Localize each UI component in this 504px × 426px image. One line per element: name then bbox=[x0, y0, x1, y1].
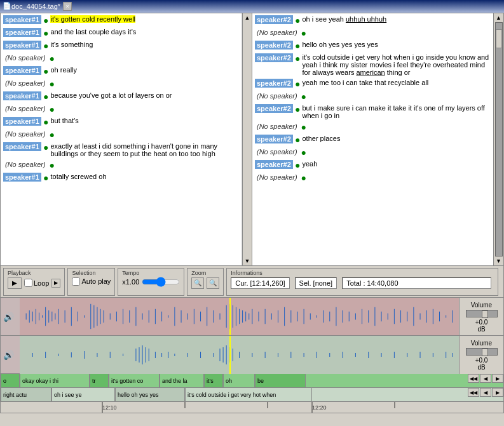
utterance-text: it's cold outside i get very hot when i … bbox=[302, 53, 491, 76]
speaker-label: speaker#2 bbox=[255, 104, 293, 113]
turn-row: speaker#2 ● oh i see yeah uhhuh uhhuh bbox=[254, 15, 492, 26]
tempo-slider[interactable] bbox=[142, 277, 180, 286]
turn-dot: ● bbox=[43, 41, 48, 51]
subtitle-seg[interactable]: right actu bbox=[1, 388, 51, 401]
subtitle-seg[interactable]: it's cold outside i get very hot when bbox=[185, 388, 312, 401]
speaker-icon-2: 🔊 bbox=[3, 350, 14, 360]
no-speaker-label: (No speaker) bbox=[3, 160, 48, 169]
waveform-track-1[interactable]: 🔊 bbox=[1, 298, 503, 336]
turn-row: speaker#1 ● but that's bbox=[2, 116, 240, 128]
track2-nav-group: ◀◀ ◀ ▶ bbox=[468, 388, 503, 397]
zoom-out-button[interactable]: 🔍 bbox=[207, 277, 219, 289]
turn-dot: ● bbox=[43, 28, 48, 38]
playback-menu-btn[interactable]: ▶ bbox=[51, 279, 60, 288]
subtitle-seg[interactable]: okay okay i thi bbox=[20, 374, 90, 387]
no-speaker-label: (No speaker) bbox=[255, 122, 299, 131]
close-button[interactable]: × bbox=[63, 2, 72, 11]
utterance-text: yeah me too i can take that recyclable a… bbox=[302, 79, 428, 86]
turn-row: speaker#2 ● but i make sure i can make i… bbox=[254, 103, 492, 120]
speaker-label: speaker#2 bbox=[255, 79, 293, 88]
turn-dot: ● bbox=[43, 173, 48, 183]
speaker-label: speaker#2 bbox=[255, 160, 293, 169]
right-panel[interactable]: speaker#2 ● oh i see yeah uhhuh uhhuh(No… bbox=[252, 13, 493, 265]
subtitle-segments-1: o okay okay i thi tr it's gotten co and … bbox=[1, 374, 306, 387]
speaker-label: speaker#2 bbox=[255, 53, 293, 62]
green-dot: ● bbox=[50, 160, 55, 170]
scroll-up-btn[interactable]: ▲ bbox=[245, 15, 250, 21]
playhead bbox=[229, 298, 231, 335]
turn-dot: ● bbox=[43, 66, 48, 76]
subtitle-seg[interactable]: oh bbox=[223, 374, 255, 387]
loop-checkbox-label[interactable]: Loop bbox=[24, 279, 49, 287]
turn-dot: ● bbox=[295, 53, 300, 63]
volume-slider-2[interactable] bbox=[466, 348, 498, 356]
waveform-track-2[interactable]: 🔊 bbox=[1, 336, 503, 374]
zoom-in-button[interactable]: 🔍 bbox=[191, 277, 204, 289]
subtitle-seg[interactable]: hello oh yes yes bbox=[115, 388, 185, 401]
turn-row: (No speaker) ● bbox=[2, 78, 240, 90]
cur-info: Cur. [12:14,260] bbox=[231, 277, 289, 289]
utterance-text: but that's bbox=[50, 117, 78, 124]
turn-row: (No speaker) ● bbox=[254, 27, 492, 39]
speaker-label: speaker#1 bbox=[3, 41, 41, 50]
speaker-label: speaker#1 bbox=[3, 28, 41, 37]
underlined-text: uhhuh uhhuh bbox=[346, 15, 386, 23]
track2-nav-back[interactable]: ◀ bbox=[480, 388, 491, 397]
turn-row: speaker#2 ● yeah bbox=[254, 159, 492, 171]
play-button[interactable]: ▶ bbox=[8, 277, 22, 289]
utterance-text: other places bbox=[302, 135, 340, 142]
subtitle-seg[interactable]: oh i see ye bbox=[51, 388, 115, 401]
subtitle-seg[interactable]: and the la bbox=[160, 374, 204, 387]
scroll-up-icon[interactable]: ▲ bbox=[496, 15, 501, 21]
subtitle-seg[interactable]: be bbox=[255, 374, 306, 387]
subtitle-track-2[interactable]: right actu oh i see ye hello oh yes yes … bbox=[0, 388, 504, 402]
subtitle-seg[interactable]: it's gotten co bbox=[109, 374, 160, 387]
speaker-label: speaker#1 bbox=[3, 142, 41, 151]
track1-nav-fwd[interactable]: ▶ bbox=[492, 374, 503, 383]
green-dot: ● bbox=[50, 130, 55, 140]
turn-row: speaker#2 ● other places bbox=[254, 134, 492, 145]
loop-checkbox[interactable] bbox=[24, 279, 32, 287]
speaker-label: speaker#1 bbox=[3, 91, 41, 100]
volume-label-1: Volume bbox=[471, 302, 492, 309]
timeline-svg bbox=[20, 402, 459, 413]
volume-knob-2[interactable] bbox=[482, 349, 488, 356]
utterance-text: it's something bbox=[50, 41, 93, 48]
title-bar-icon: 📄 bbox=[3, 2, 11, 10]
volume-slider-1[interactable] bbox=[466, 310, 498, 317]
volume-knob-1[interactable] bbox=[482, 310, 488, 318]
turn-dot: ● bbox=[295, 160, 300, 170]
utterance-text: because you've got a lot of layers on or bbox=[50, 91, 172, 99]
track1-nav-prev[interactable]: ◀◀ bbox=[468, 374, 479, 383]
scrollbar-thumb[interactable] bbox=[496, 29, 502, 48]
no-speaker-label: (No speaker) bbox=[255, 173, 299, 182]
tempo-value: x1.00 bbox=[122, 278, 139, 286]
green-dot: ● bbox=[301, 173, 306, 183]
no-speaker-label: (No speaker) bbox=[3, 104, 48, 113]
track2-nav-fwd[interactable]: ▶ bbox=[492, 388, 503, 397]
turn-row: (No speaker) ● bbox=[2, 53, 240, 64]
autoplay-checkbox-label[interactable]: Auto play bbox=[72, 277, 111, 286]
track1-nav-back[interactable]: ◀ bbox=[480, 374, 491, 383]
turn-row: (No speaker) ● bbox=[254, 172, 492, 183]
track2-nav-prev[interactable]: ◀◀ bbox=[468, 388, 479, 397]
turn-row: speaker#2 ● yeah me too i can take that … bbox=[254, 78, 492, 90]
scrollbar-track[interactable] bbox=[495, 22, 503, 256]
subtitle-seg[interactable]: tr bbox=[90, 374, 109, 387]
right-scrollbar[interactable]: ▲ ▼ bbox=[493, 13, 503, 265]
autoplay-checkbox[interactable] bbox=[72, 277, 80, 286]
subtitle-seg[interactable]: o bbox=[1, 374, 20, 387]
turn-row: (No speaker) ● bbox=[2, 129, 240, 140]
utterance-text: oh i see yeah uhhuh uhhuh bbox=[302, 15, 386, 23]
subtitle-seg[interactable]: it's bbox=[204, 374, 223, 387]
utterance-text: exactly at least i did something i haven… bbox=[50, 142, 239, 157]
scroll-down-btn[interactable]: ▼ bbox=[245, 258, 250, 264]
left-panel[interactable]: speaker#1 ● it's gotten cold recently we… bbox=[1, 13, 242, 265]
no-speaker-label: (No speaker) bbox=[255, 91, 299, 100]
turn-dot: ● bbox=[295, 41, 300, 51]
subtitle-track-1[interactable]: o okay okay i thi tr it's gotten co and … bbox=[0, 374, 504, 388]
turn-dot: ● bbox=[295, 15, 300, 25]
speaker-label: speaker#2 bbox=[255, 41, 293, 50]
utterance-text: oh really bbox=[50, 66, 77, 74]
scroll-down-icon[interactable]: ▼ bbox=[496, 258, 501, 264]
